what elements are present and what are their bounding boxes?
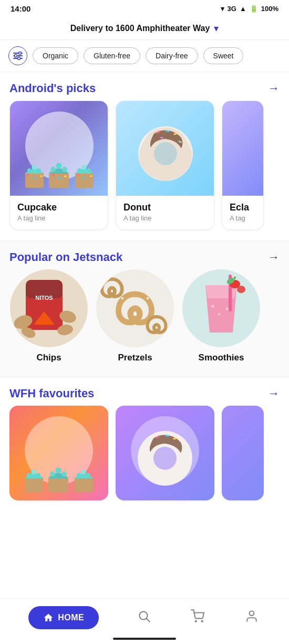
wfh-donut-image — [116, 406, 214, 500]
network-label: 3G — [228, 5, 236, 13]
svg-point-3 — [15, 55, 17, 57]
chips-illustration: NITOS — [10, 269, 88, 347]
wfh-cards — [0, 406, 289, 564]
filter-chip-sweet[interactable]: Sweet — [203, 47, 244, 64]
wfh-card-donut[interactable] — [116, 406, 214, 500]
pretzels-label: Pretzels — [118, 353, 152, 363]
svg-point-61 — [56, 468, 61, 474]
smoothies-circle — [182, 269, 260, 347]
svg-line-73 — [147, 619, 150, 622]
battery-label: 100% — [261, 5, 278, 13]
svg-point-75 — [202, 621, 203, 622]
wfh-section: WFH favourites → — [0, 377, 289, 564]
svg-point-53 — [218, 313, 221, 316]
svg-point-15 — [56, 163, 62, 169]
eclair-card-name: Ecla — [230, 202, 256, 213]
home-button[interactable]: HOME — [28, 606, 99, 629]
popular-item-pretzels[interactable]: Pretzels — [96, 269, 174, 363]
wfh-section-arrow[interactable]: → — [268, 387, 280, 400]
cupcake-card-image — [10, 101, 108, 196]
eclair-card-tagline: A tag — [230, 214, 256, 222]
smoothies-illustration — [182, 269, 260, 347]
cart-button[interactable] — [189, 607, 207, 628]
svg-point-54 — [225, 307, 229, 310]
svg-point-56 — [27, 473, 31, 477]
cart-icon — [191, 609, 204, 623]
donut-illustration — [134, 122, 197, 185]
svg-rect-13 — [49, 172, 69, 188]
svg-point-42 — [121, 297, 123, 299]
android-picks-header: Android's picks → — [0, 72, 289, 100]
svg-point-60 — [50, 471, 55, 477]
svg-point-68 — [153, 447, 177, 470]
wfh-cupcake-image — [9, 406, 108, 500]
battery-icon: 🔋 — [250, 5, 258, 13]
search-icon — [137, 609, 151, 623]
wfh-section-header: WFH favourites → — [0, 377, 289, 406]
wfh-cupcake-illustration — [19, 442, 98, 500]
svg-point-21 — [77, 168, 81, 173]
popular-item-chips[interactable]: NITOS Chips — [9, 269, 88, 363]
svg-point-1 — [19, 52, 22, 55]
status-icons: ▾ 3G ▲ 🔋 100% — [221, 5, 278, 13]
svg-point-7 — [27, 168, 32, 173]
popular-item-smoothies[interactable]: Smoothies — [182, 269, 261, 363]
popular-section: Popular on Jetsnack → NITOS Chip — [0, 240, 289, 377]
filter-icon — [13, 51, 23, 61]
svg-point-74 — [195, 621, 197, 622]
android-picks-title: Android's picks — [9, 82, 96, 95]
android-picks-cards: Cupcake A tag line — [0, 100, 289, 240]
pretzels-circle — [96, 269, 174, 347]
wfh-card-eclair[interactable] — [222, 406, 264, 500]
svg-point-76 — [249, 611, 254, 616]
filter-button[interactable] — [8, 46, 27, 65]
svg-rect-55 — [25, 477, 43, 492]
search-button[interactable] — [135, 607, 153, 628]
svg-point-5 — [18, 57, 20, 60]
svg-text:NITOS: NITOS — [35, 295, 53, 301]
bottom-indicator — [113, 638, 176, 640]
svg-point-52 — [211, 305, 214, 308]
svg-rect-19 — [64, 175, 67, 177]
popular-section-arrow[interactable]: → — [268, 250, 280, 264]
cupcake-illustration — [20, 138, 99, 196]
svg-rect-63 — [75, 477, 93, 492]
pick-card-donut[interactable]: Donut A tag line — [116, 100, 214, 230]
filter-chip-organic[interactable]: Organic — [33, 47, 78, 64]
wfh-section-title: WFH favourites — [9, 387, 94, 400]
filter-chip-gluten-free[interactable]: Gluten-free — [84, 47, 140, 64]
chips-circle: NITOS — [10, 269, 88, 347]
pretzels-illustration — [96, 269, 174, 347]
pick-card-cupcake[interactable]: Cupcake A tag line — [9, 100, 108, 230]
profile-button[interactable] — [243, 607, 261, 628]
filter-bar: Organic Gluten-free Dairy-free Sweet — [0, 40, 289, 72]
pick-card-eclair[interactable]: Ecla A tag — [222, 100, 264, 230]
svg-rect-59 — [48, 477, 68, 492]
svg-point-57 — [32, 470, 36, 475]
popular-section-header: Popular on Jetsnack → — [0, 241, 289, 269]
delivery-header[interactable]: Delivery to 1600 Amphitheater Way ▾ — [0, 17, 289, 40]
popular-section-title: Popular on Jetsnack — [9, 250, 122, 264]
profile-icon — [245, 609, 259, 623]
svg-point-64 — [77, 473, 81, 477]
cupcake-card-info: Cupcake A tag line — [10, 196, 108, 229]
svg-point-66 — [86, 473, 90, 477]
android-picks-arrow[interactable]: → — [268, 82, 280, 95]
donut-card-name: Donut — [123, 202, 207, 213]
wfh-eclair-image — [222, 406, 264, 500]
wfh-donut-illustration — [133, 427, 197, 490]
svg-point-14 — [50, 167, 56, 172]
cupcake-card-tagline: A tag line — [17, 214, 100, 222]
donut-card-info: Donut A tag line — [116, 196, 214, 229]
signal-icon: ▲ — [240, 5, 246, 13]
eclair-card-info: Ecla A tag — [222, 196, 263, 229]
chevron-down-icon: ▾ — [214, 23, 219, 34]
home-label: HOME — [58, 613, 84, 622]
filter-chip-dairy-free[interactable]: Dairy-free — [146, 47, 198, 64]
delivery-address: Delivery to 1600 Amphitheater Way — [70, 24, 210, 33]
svg-point-43 — [147, 297, 149, 299]
wfh-card-cupcake[interactable] — [9, 406, 108, 500]
svg-point-23 — [87, 168, 91, 173]
svg-point-22 — [82, 165, 87, 170]
status-bar: 14:00 ▾ 3G ▲ 🔋 100% — [0, 0, 289, 17]
